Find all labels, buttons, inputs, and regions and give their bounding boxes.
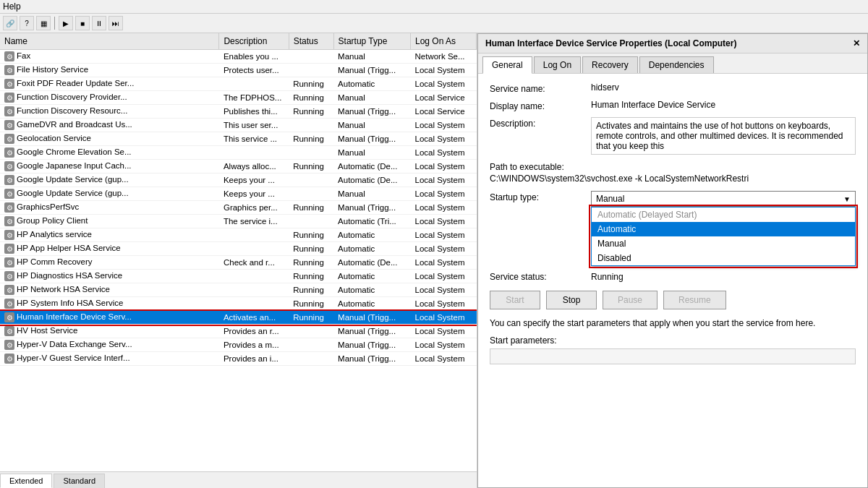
table-row[interactable]: GraphicsPerfSvcGraphics per...RunningMan… [0, 201, 477, 215]
table-row[interactable]: Human Interface Device Serv...Activates … [0, 311, 477, 325]
start-button[interactable]: Start [490, 291, 540, 309]
dropdown-item-disabled[interactable]: Disabled [592, 251, 855, 265]
table-row[interactable]: Google Chrome Elevation Se...ManualLocal… [0, 146, 477, 160]
description-label: Description: [490, 117, 591, 129]
info-text: You can specify the start parameters tha… [490, 318, 856, 328]
toolbar-stop-btn[interactable]: ■ [75, 16, 90, 30]
control-buttons: Start Stop Pause Resume [490, 291, 856, 309]
services-tbody: FaxEnables you ...ManualNetwork Se...Fil… [0, 50, 477, 366]
col-header-logon[interactable]: Log On As [411, 33, 477, 50]
toolbar-forward-btn[interactable]: ⏭ [109, 16, 123, 30]
tab-extended[interactable]: Extended [0, 474, 52, 488]
close-icon[interactable]: ✕ [853, 38, 860, 48]
table-row[interactable]: Foxit PDF Reader Update Ser...RunningAut… [0, 77, 477, 91]
table-row[interactable]: Function Discovery Provider...The FDPHOS… [0, 91, 477, 105]
props-title-bar: Human Interface Device Service Propertie… [478, 34, 867, 53]
service-icon [4, 340, 14, 350]
display-name-value: Human Interface Device Service [591, 100, 856, 110]
params-label: Start parameters: [490, 335, 856, 346]
props-tabs: General Log On Recovery Dependencies [478, 53, 867, 74]
service-icon [4, 312, 14, 322]
help-menu[interactable]: Help [3, 1, 21, 12]
table-row[interactable]: GameDVR and Broadcast Us...This user ser… [0, 119, 477, 132]
table-row[interactable]: Hyper-V Guest Service Interf...Provides … [0, 352, 477, 366]
path-label: Path to executable: [490, 160, 856, 172]
startup-dropdown-container: Manual ▼ Automatic (Delayed Start) Autom… [591, 191, 856, 207]
description-row: Description: Activates and maintains the… [490, 117, 856, 155]
table-row[interactable]: Google Japanese Input Cach...Always allo… [0, 160, 477, 174]
dropdown-item-manual[interactable]: Manual [592, 236, 855, 251]
dropdown-item-automatic[interactable]: Automatic [592, 222, 855, 236]
service-icon [4, 230, 14, 240]
description-value: Activates and maintains the use of hot b… [591, 117, 856, 155]
service-status-value: Running [591, 272, 624, 282]
table-row[interactable]: Hyper-V Data Exchange Serv...Provides a … [0, 338, 477, 352]
stop-button[interactable]: Stop [546, 291, 597, 309]
col-header-name[interactable]: Name [0, 33, 219, 50]
params-input[interactable] [490, 348, 856, 364]
tab-general[interactable]: General [482, 56, 532, 74]
service-icon [4, 202, 14, 213]
col-header-description[interactable]: Description [219, 33, 289, 50]
table-row[interactable]: Google Update Service (gup...Keeps your … [0, 187, 477, 201]
toolbar-link-btn[interactable]: 🔗 [3, 16, 17, 30]
table-row[interactable]: HP Analytics serviceRunningAutomaticLoca… [0, 228, 477, 242]
col-header-startup[interactable]: Startup Type [333, 33, 410, 50]
service-icon [4, 134, 14, 144]
toolbar-grid-btn[interactable]: ▦ [36, 16, 51, 30]
table-row[interactable]: HP App Helper HSA ServiceRunningAutomati… [0, 242, 477, 256]
service-icon [4, 244, 14, 254]
table-row[interactable]: HP Diagnostics HSA ServiceRunningAutomat… [0, 270, 477, 283]
services-table[interactable]: Name Description Status Startup Type Log… [0, 33, 477, 471]
params-section: Start parameters: [490, 335, 856, 364]
table-row[interactable]: File History ServiceProtects user...Manu… [0, 64, 477, 77]
table-row[interactable]: Function Discovery Resourc...Publishes t… [0, 105, 477, 119]
toolbar-help-btn[interactable]: ? [20, 16, 34, 30]
service-icon [4, 299, 14, 309]
service-icon [4, 326, 14, 336]
resume-button[interactable]: Resume [663, 291, 726, 309]
properties-panel: Human Interface Device Service Propertie… [477, 33, 868, 488]
toolbar-separator [54, 17, 55, 30]
service-icon [4, 51, 14, 61]
table-row[interactable]: Group Policy ClientThe service i...Autom… [0, 215, 477, 228]
startup-type-container: Manual ▼ Automatic (Delayed Start) Autom… [591, 191, 856, 207]
toolbar: 🔗 ? ▦ ▶ ■ ⏸ ⏭ [0, 14, 868, 33]
service-icon [4, 216, 14, 226]
startup-dropdown-menu[interactable]: Automatic (Delayed Start) Automatic Manu… [591, 207, 856, 266]
toolbar-pause-btn[interactable]: ⏸ [92, 16, 106, 30]
startup-type-row: Startup type: Manual ▼ Automatic (Delaye… [490, 191, 856, 207]
service-icon [4, 175, 14, 185]
main-area: Name Description Status Startup Type Log… [0, 33, 868, 488]
service-icon [4, 106, 14, 116]
table-row[interactable]: Geolocation ServiceThis service ...Runni… [0, 132, 477, 146]
chevron-down-icon: ▼ [843, 195, 851, 203]
props-body: Service name: hidserv Display name: Huma… [478, 74, 867, 487]
service-icon [4, 257, 14, 267]
tab-logon[interactable]: Log On [534, 56, 581, 73]
startup-current-value: Manual [596, 194, 624, 204]
table-row[interactable]: HV Host ServiceProvides an r...Manual (T… [0, 325, 477, 338]
service-name-label: Service name: [490, 82, 591, 94]
table-row[interactable]: HP Comm RecoveryCheck and r...RunningAut… [0, 256, 477, 270]
services-panel: Name Description Status Startup Type Log… [0, 33, 477, 488]
service-icon [4, 271, 14, 281]
tab-dependencies[interactable]: Dependencies [639, 56, 714, 73]
table-row[interactable]: HP Network HSA ServiceRunningAutomaticLo… [0, 283, 477, 297]
service-icon [4, 161, 14, 171]
startup-dropdown[interactable]: Manual ▼ [591, 191, 856, 207]
tab-standard[interactable]: Standard [54, 474, 105, 488]
table-row[interactable]: HP System Info HSA ServiceRunningAutomat… [0, 297, 477, 311]
tab-recovery[interactable]: Recovery [582, 56, 638, 73]
service-icon [4, 354, 14, 364]
col-header-status[interactable]: Status [289, 33, 333, 50]
toolbar-play-btn[interactable]: ▶ [59, 16, 73, 30]
dropdown-item-auto-delayed[interactable]: Automatic (Delayed Start) [592, 207, 855, 222]
services-tab-bar: Extended Standard [0, 471, 477, 488]
table-row[interactable]: Google Update Service (gup...Keeps your … [0, 174, 477, 187]
path-value: C:\WINDOWS\system32\svchost.exe -k Local… [490, 174, 749, 184]
table-row[interactable]: FaxEnables you ...ManualNetwork Se... [0, 50, 477, 64]
service-icon [4, 285, 14, 295]
display-name-row: Display name: Human Interface Device Ser… [490, 100, 856, 111]
pause-button[interactable]: Pause [603, 291, 658, 309]
